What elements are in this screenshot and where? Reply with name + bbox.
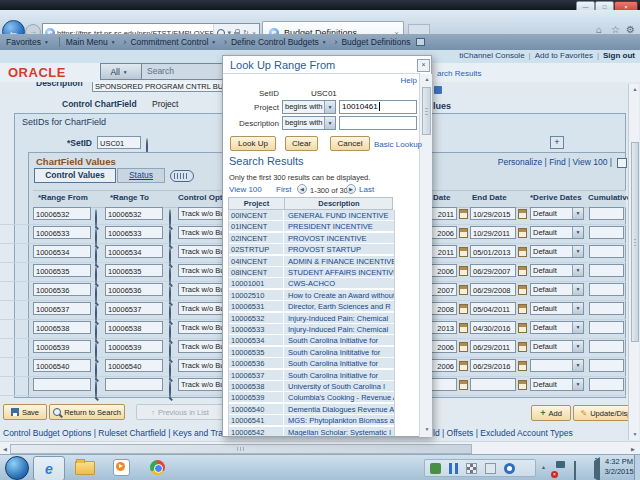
derive-dates-select[interactable]: Default▼	[530, 302, 584, 315]
cumulative-input[interactable]	[589, 302, 624, 315]
result-project-link[interactable]: 10006540	[229, 404, 284, 415]
range-from-input[interactable]: 10006539	[33, 340, 91, 353]
result-row[interactable]: 10006542Magellan Scholar: Systematic I	[229, 427, 394, 436]
range-from-input[interactable]: 10006532	[33, 207, 91, 220]
result-description-link[interactable]: ADMIN & FINANCE INCENTIVE	[285, 256, 394, 267]
dialog-scrollbar[interactable]: ▲ ▼	[419, 74, 432, 437]
calendar-icon[interactable]	[518, 323, 527, 333]
horizontal-scroll-thumb[interactable]	[10, 444, 472, 454]
add-row-button[interactable]: +	[550, 136, 564, 149]
result-description-link[interactable]: Columbia's Cooking - Revenue A	[285, 392, 394, 403]
cumulative-input[interactable]	[589, 226, 624, 239]
result-row[interactable]: 01INCENTPRESIDENT INCENTIVE	[229, 221, 394, 232]
result-project-link[interactable]: 10001001	[229, 278, 284, 289]
result-row[interactable]: 10006541MGS: Phytoplankton Biomass and	[229, 415, 394, 426]
range-to-input[interactable]: 10006532	[105, 207, 163, 220]
scroll-right-icon[interactable]: ▶	[630, 446, 636, 452]
result-description-link[interactable]: CWS-ACHCO	[285, 278, 394, 289]
result-project-link[interactable]: 10006535	[229, 347, 284, 358]
vertical-scroll-thumb[interactable]	[631, 142, 639, 342]
result-project-link[interactable]: 10002510	[229, 290, 284, 301]
range-from-input[interactable]: 10006540	[33, 359, 91, 372]
scroll-up-icon[interactable]: ▲	[423, 76, 431, 82]
result-description-link[interactable]: Magellan Scholar: Systematic I	[285, 427, 394, 436]
result-description-link[interactable]: South Carolina Initiative for	[285, 370, 394, 381]
taskbar-chrome-button[interactable]	[142, 456, 172, 479]
range-from-input[interactable]	[33, 378, 91, 391]
checkered-icon[interactable]	[466, 463, 477, 474]
result-description-link[interactable]: PROVOST INCENTIVE	[285, 233, 394, 244]
show-desktop-button[interactable]	[634, 455, 640, 480]
return-to-search-button[interactable]: Return to Search	[49, 404, 125, 420]
cumulative-input[interactable]	[589, 245, 624, 258]
range-from-input[interactable]: 10006534	[33, 245, 91, 258]
result-row[interactable]: 10002510How to Create an Award without	[229, 290, 394, 301]
previous-page-icon[interactable]: ◀	[297, 184, 307, 194]
range-to-input[interactable]: 10006534	[105, 245, 163, 258]
result-description-link[interactable]: South Carolina Initiative for	[285, 335, 394, 346]
look-up-button[interactable]: Look Up	[230, 136, 276, 151]
result-row[interactable]: 02STRTUPPROVOST STARTUP	[229, 244, 394, 255]
range-from-input[interactable]: 10006538	[33, 321, 91, 334]
result-row[interactable]: 10006533Injury-Induced Pain: Chemical	[229, 324, 394, 335]
end-date-input[interactable]: 06/29/2007	[470, 264, 516, 277]
result-row[interactable]: 04INCENTADMIN & FINANCE INCENTIVE	[229, 256, 394, 267]
new-window-icon[interactable]	[416, 38, 425, 46]
result-description-link[interactable]: GENERAL FUND INCENTIVE	[285, 210, 394, 221]
result-project-link[interactable]: 08INCENT	[229, 267, 284, 278]
download-grid-icon[interactable]	[617, 158, 627, 168]
scroll-down-icon[interactable]: ▼	[631, 431, 639, 437]
result-project-link[interactable]: 10006539	[229, 392, 284, 403]
end-date-input[interactable]: 04/30/2016	[470, 321, 516, 334]
result-description-link[interactable]: PRESIDENT INCENTIVE	[285, 221, 394, 232]
result-description-link[interactable]: STUDENT AFFAIRS INCENTIVE	[285, 267, 394, 278]
result-description-link[interactable]: Dementia Dialogues Revenue Acc	[285, 404, 394, 415]
derive-dates-select[interactable]: Default▼	[530, 321, 584, 334]
result-project-link[interactable]: 10006536	[229, 358, 284, 369]
ring-icon[interactable]	[504, 463, 515, 474]
square-icon[interactable]	[485, 463, 496, 474]
range-to-input[interactable]: 10006539	[105, 340, 163, 353]
taskbar-ie-button[interactable]: e	[33, 456, 65, 480]
result-row[interactable]: 10006534South Carolina Initiative for	[229, 335, 394, 346]
result-row[interactable]: 00INCENTGENERAL FUND INCENTIVE	[229, 210, 394, 221]
save-button[interactable]: Save	[3, 404, 47, 420]
tray-app-icon[interactable]	[430, 463, 441, 474]
help-link[interactable]: Help	[373, 76, 417, 85]
derive-dates-select[interactable]: Default▼	[530, 340, 584, 353]
result-description-link[interactable]: Director, Earth Sciences and R	[285, 301, 394, 312]
range-from-input[interactable]: 10006535	[33, 264, 91, 277]
calendar-icon[interactable]	[518, 209, 527, 219]
lookup-icon[interactable]	[169, 380, 171, 399]
view-100-link[interactable]: View 100	[229, 185, 262, 194]
calendar-icon[interactable]	[459, 228, 468, 238]
result-project-link[interactable]: 01INCENT	[229, 221, 284, 232]
breadcrumb-item-main-menu[interactable]: Main Menu	[66, 37, 108, 47]
description-operator-select[interactable]: begins with ▼	[282, 116, 336, 130]
cumulative-input[interactable]	[589, 359, 624, 372]
derive-dates-select[interactable]: ▼	[530, 359, 584, 372]
range-to-input[interactable]	[105, 378, 163, 391]
description-input[interactable]	[339, 116, 417, 130]
start-button[interactable]	[5, 456, 29, 480]
dialog-close-icon[interactable]: ×	[417, 59, 430, 72]
search-input[interactable]: Search	[142, 64, 229, 79]
setid-input[interactable]: USC01	[97, 136, 141, 149]
result-project-link[interactable]: 00INCENT	[229, 210, 284, 221]
calendar-icon[interactable]	[518, 285, 527, 295]
result-row[interactable]: 10006540Dementia Dialogues Revenue Acc	[229, 404, 394, 415]
result-row[interactable]: 02INCENTPROVOST INCENTIVE	[229, 233, 394, 244]
header-link-tichannel-console[interactable]: tiChannel Console	[459, 51, 524, 60]
result-row[interactable]: 10006532Injury-Induced Pain: Chemical	[229, 313, 394, 324]
calendar-icon[interactable]	[459, 342, 468, 352]
calendar-icon[interactable]	[518, 361, 527, 371]
result-row[interactable]: 10006537South Carolina Initiative for	[229, 370, 394, 381]
cumulative-input[interactable]	[589, 321, 624, 334]
last-link[interactable]: Last	[359, 185, 374, 194]
end-date-input[interactable]: 10/29/2011	[470, 226, 516, 239]
range-to-input[interactable]: 10006540	[105, 359, 163, 372]
range-from-input[interactable]: 10006536	[33, 283, 91, 296]
calendar-icon[interactable]	[518, 342, 527, 352]
calendar-icon[interactable]	[518, 380, 527, 390]
result-description-link[interactable]: How to Create an Award without	[285, 290, 394, 301]
